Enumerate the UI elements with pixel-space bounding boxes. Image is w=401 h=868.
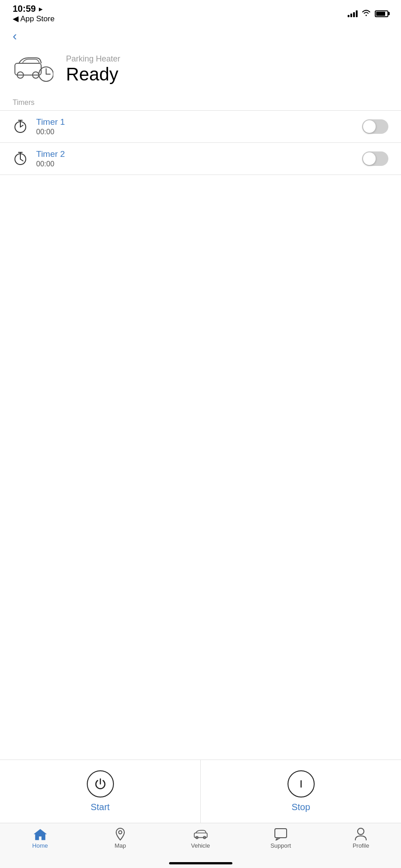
back-chevron-icon: ‹ [13,30,17,42]
timer1-toggle-knob [363,120,376,133]
tab-bar: Home Map Vehicle [0,823,401,868]
app-store-back[interactable]: ◀ App Store [13,14,55,24]
location-arrow-icon: ► [38,5,44,13]
vehicle-icon [193,828,208,840]
timer2-info: Timer 2 00:00 [36,149,354,168]
home-icon [33,828,47,840]
start-power-icon [87,770,114,797]
svg-rect-22 [275,829,287,838]
svg-line-13 [20,159,23,161]
timer2-toggle-knob [363,152,376,165]
status-icons [348,9,388,18]
tab-map-label: Map [114,842,126,849]
timer2-icon [13,151,28,166]
header-section: Parking Heater Ready [0,49,401,99]
wifi-icon [361,9,371,18]
timers-section-label: Timers [0,99,401,110]
car-heater-icon [13,53,53,85]
status-time: 10:59 ► [13,4,55,14]
svg-marker-17 [34,829,47,840]
signal-icon [348,10,358,17]
timer1-icon [13,119,28,134]
tab-vehicle[interactable]: Vehicle [160,828,241,849]
timer1-toggle[interactable] [362,119,388,134]
tab-support-label: Support [270,842,291,849]
header-text: Parking Heater Ready [66,54,120,85]
svg-point-23 [358,828,364,835]
tab-home-label: Home [32,842,48,849]
map-icon [113,828,127,840]
svg-rect-0 [15,63,41,75]
back-button[interactable]: ‹ [0,24,401,49]
stop-power-icon [288,770,315,797]
timer2-name: Timer 2 [36,149,354,159]
tab-profile-label: Profile [353,842,369,849]
start-button[interactable]: Start [0,770,200,812]
timer2-time: 00:00 [36,160,354,168]
tab-home[interactable]: Home [0,828,80,849]
tab-map[interactable]: Map [80,828,160,849]
timer1-time: 00:00 [36,128,354,136]
status-bar: 10:59 ► ◀ App Store [0,0,401,24]
stop-label: Stop [292,802,310,812]
timer2-toggle[interactable] [362,151,388,166]
timer-row[interactable]: Timer 1 00:00 [0,111,401,143]
timer1-name: Timer 1 [36,117,354,127]
header-title: Ready [66,64,120,85]
tab-profile[interactable]: Profile [321,828,401,849]
profile-icon [354,828,368,840]
stop-button[interactable]: Stop [201,770,401,812]
tab-vehicle-label: Vehicle [191,842,210,849]
action-area: Start Stop [0,760,401,823]
svg-point-18 [119,831,122,834]
header-subtitle: Parking Heater [66,54,120,64]
support-icon [274,828,288,840]
start-label: Start [90,802,109,812]
battery-icon [375,10,388,17]
timer1-info: Timer 1 00:00 [36,117,354,136]
home-indicator [169,862,232,864]
timer-row[interactable]: Timer 2 00:00 [0,143,401,175]
tab-support[interactable]: Support [241,828,321,849]
